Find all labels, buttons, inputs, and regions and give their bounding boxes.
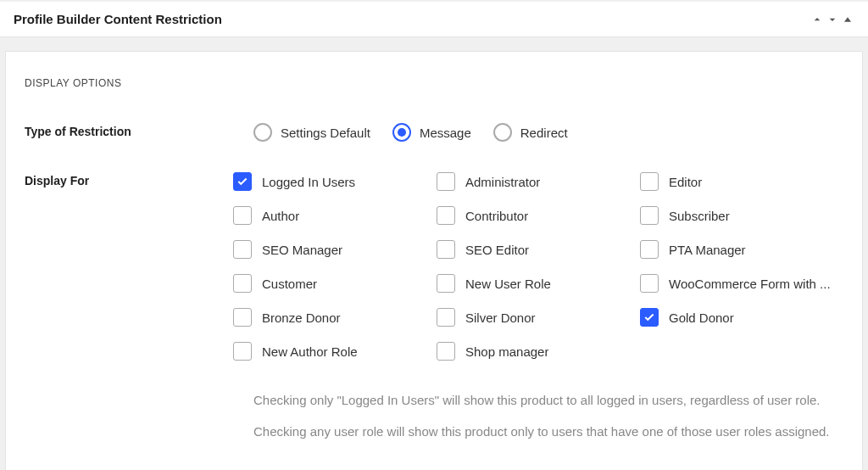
checkbox-administrator[interactable]: Administrator [437,172,640,191]
checkbox-pta-manager[interactable]: PTA Manager [640,240,843,259]
checkbox-box[interactable] [437,308,455,327]
display-for-row: Display For Logged In UsersAdministrator… [25,172,843,361]
checkbox-label: Bronze Donor [262,311,341,325]
checkbox-editor[interactable]: Editor [640,172,843,191]
checkbox-box[interactable] [437,342,455,361]
radio-label: Message [420,126,471,140]
radio-label: Settings Default [281,126,370,140]
checkbox-box[interactable] [233,172,252,191]
radio-label: Redirect [520,126,568,140]
checkbox-label: Author [262,209,299,223]
checkbox-box[interactable] [640,308,659,327]
checkbox-label: Logged In Users [262,175,355,189]
help-text-1: Checking only "Logged In Users" will sho… [253,391,843,409]
checkbox-box[interactable] [437,206,455,225]
checkbox-label: New Author Role [262,344,358,359]
checkbox-box[interactable] [233,206,252,225]
checkbox-box[interactable] [233,342,252,361]
checkbox-shop-manager[interactable]: Shop manager [437,342,640,361]
display-for-checkboxes: Logged In UsersAdministratorEditorAuthor… [233,172,843,361]
checkbox-box[interactable] [437,240,455,259]
panel-controls [810,13,854,26]
checkbox-silver-donor[interactable]: Silver Donor [437,308,640,327]
checkbox-subscriber[interactable]: Subscriber [640,206,843,225]
restriction-type-label: Type of Restriction [25,123,253,142]
section-title: DISPLAY OPTIONS [25,77,843,89]
settings-panel: DISPLAY OPTIONS Type of Restriction Sett… [5,51,863,470]
checkbox-box[interactable] [233,308,252,327]
checkbox-customer[interactable]: Customer [233,274,437,293]
checkbox-gold-donor[interactable]: Gold Donor [640,308,843,327]
restriction-type-radios: Settings DefaultMessageRedirect [253,123,568,142]
checkbox-author[interactable]: Author [233,206,437,225]
chevron-down-icon[interactable] [826,13,839,26]
help-text-container: Checking only "Logged In Users" will sho… [253,391,843,440]
checkbox-new-user-role[interactable]: New User Role [437,274,640,293]
checkbox-label: Editor [669,175,702,189]
checkbox-box[interactable] [640,274,659,293]
checkbox-contributor[interactable]: Contributor [437,206,640,225]
checkbox-label: New User Role [465,277,551,291]
checkbox-label: Customer [262,277,317,291]
checkbox-label: Contributor [465,209,528,223]
radio-redirect[interactable]: Redirect [493,123,568,142]
checkbox-logged-in-users[interactable]: Logged In Users [233,172,437,191]
checkbox-label: PTA Manager [669,243,746,257]
checkbox-box[interactable] [640,240,659,259]
checkbox-box[interactable] [233,274,252,293]
checkbox-box[interactable] [233,240,252,259]
radio-settings-default[interactable]: Settings Default [253,123,370,142]
panel-title: Profile Builder Content Restriction [14,12,222,26]
panel-header: Profile Builder Content Restriction [0,2,868,37]
checkbox-seo-manager[interactable]: SEO Manager [233,240,437,259]
help-text-2: Checking any user role will show this pr… [253,422,843,440]
checkbox-bronze-donor[interactable]: Bronze Donor [233,308,437,327]
checkbox-label: WooCommerce Form with ... [669,277,831,291]
checkbox-label: Administrator [465,175,540,189]
display-for-label: Display For [25,172,233,361]
check-icon [236,176,248,187]
checkbox-box[interactable] [437,172,455,191]
radio-circle[interactable] [392,123,411,142]
radio-circle[interactable] [253,123,272,142]
radio-circle[interactable] [493,123,512,142]
chevron-up-icon[interactable] [810,13,824,26]
checkbox-seo-editor[interactable]: SEO Editor [437,240,640,259]
checkbox-label: SEO Editor [465,243,529,257]
checkbox-label: Silver Donor [465,311,536,325]
checkbox-new-author-role[interactable]: New Author Role [233,342,437,361]
checkbox-label: Gold Donor [669,311,734,325]
checkbox-woocommerce-form-with-[interactable]: WooCommerce Form with ... [640,274,843,293]
checkbox-box[interactable] [437,274,455,293]
checkbox-label: Subscriber [669,209,730,223]
triangle-up-icon[interactable] [841,13,854,26]
check-icon [643,311,655,323]
checkbox-label: Shop manager [465,344,548,359]
checkbox-box[interactable] [640,206,659,225]
restriction-type-row: Type of Restriction Settings DefaultMess… [25,123,843,142]
radio-message[interactable]: Message [392,123,471,142]
checkbox-label: SEO Manager [262,243,342,257]
checkbox-box[interactable] [640,172,659,191]
